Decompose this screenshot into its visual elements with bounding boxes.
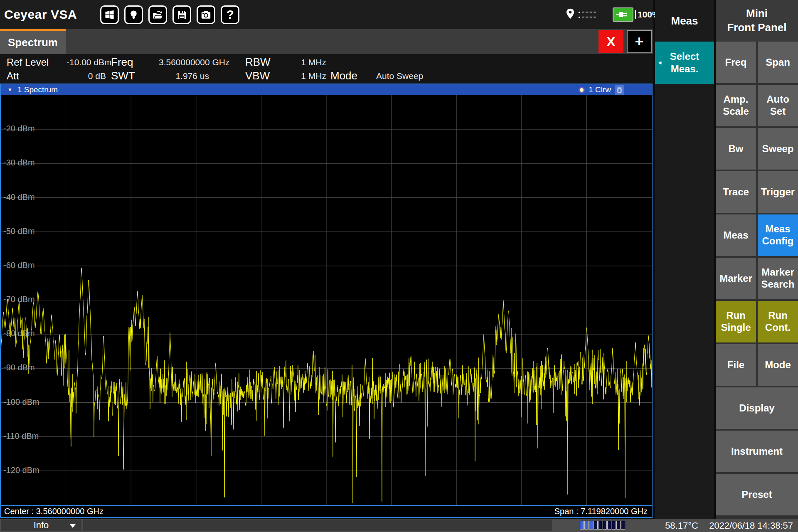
y-axis-label: -100 dBm [3, 397, 39, 407]
panel-button-marker-search[interactable]: Marker Search [758, 258, 798, 299]
panel-button-sweep[interactable]: Sweep [758, 128, 798, 170]
measure-menu-column: Meas ◄ Select Meas. [655, 0, 714, 519]
vbw-label[interactable]: VBW [245, 69, 289, 82]
progress-segment [616, 521, 621, 530]
ref-level-value[interactable]: -10.00 dBm [66, 57, 106, 67]
delete-trace-button[interactable] [615, 85, 624, 95]
panel-button-preset[interactable]: Preset [716, 474, 798, 515]
progress-segment [621, 521, 625, 530]
y-axis-label: -50 dBm [3, 227, 35, 236]
swt-value[interactable]: 1.976 us [159, 71, 209, 81]
progress-segment [594, 521, 598, 530]
spectrum-window-titlebar[interactable]: ▼ 1 Spectrum 1 Clrw [1, 84, 652, 95]
y-axis-label: -80 dBm [3, 329, 35, 338]
panel-button-run-cont[interactable]: Run Cont. [758, 301, 798, 342]
spectrum-plot-area: -20 dBm-30 dBm-40 dBm-50 dBm-60 dBm-70 d… [1, 95, 652, 505]
status-message-box [83, 520, 552, 531]
panel-button-trigger[interactable]: Trigger [758, 171, 798, 213]
panel-button-meas-config[interactable]: Meas Config [758, 214, 798, 256]
screenshot-icon[interactable] [197, 5, 215, 24]
spectrum-grid-and-trace [1, 95, 652, 505]
att-label[interactable]: Att [0, 70, 66, 82]
info-dropdown[interactable]: Info [1, 520, 81, 531]
add-tab-button[interactable]: + [627, 30, 652, 53]
panel-button-amp-scale[interactable]: Amp. Scale [716, 85, 756, 126]
left-arrow-icon: ◄ [657, 59, 663, 66]
progress-segment [612, 521, 616, 530]
progress-segment [598, 521, 602, 530]
y-axis-label: -110 dBm [3, 431, 39, 441]
panel-button-marker[interactable]: Marker [716, 258, 756, 299]
progress-segment [584, 521, 589, 530]
top-right-indicators: 100% [564, 0, 660, 29]
rbw-label[interactable]: RBW [245, 56, 289, 69]
windows-icon[interactable] [100, 5, 119, 24]
mini-front-panel: Mini Front Panel FreqSpanAmp. ScaleAuto … [716, 0, 798, 519]
vbw-value[interactable]: 1 MHz [289, 71, 326, 81]
settings-readout: Ref Level -10.00 dBm Freq 3.560000000 GH… [0, 54, 653, 84]
progress-segment [603, 521, 607, 530]
battery-tip [635, 10, 636, 19]
datetime-readout: 2022/06/18 14:38:57 [709, 520, 793, 531]
panel-button-span[interactable]: Span [758, 42, 798, 83]
help-icon[interactable]: ? [221, 5, 239, 24]
panel-button-bw[interactable]: Bw [716, 128, 756, 170]
y-axis-label: -30 dBm [3, 158, 35, 167]
panel-button-instrument[interactable]: Instrument [716, 431, 798, 472]
panel-button-run-single[interactable]: Run Single [716, 301, 756, 342]
info-label: Info [34, 520, 49, 531]
gps-coordinates-placeholder [579, 12, 596, 18]
close-tab-button[interactable]: X [598, 30, 623, 53]
app-title: Ceyear VSA [4, 7, 77, 22]
select-meas-button[interactable]: ◄ Select Meas. [655, 42, 714, 84]
freq-value[interactable]: 3.560000000 GHz [159, 57, 209, 67]
mode-value[interactable]: Auto Sweep [376, 71, 416, 81]
collapse-triangle-icon[interactable]: ▼ [7, 87, 12, 93]
chevron-down-icon [70, 524, 76, 528]
panel-button-freq[interactable]: Freq [716, 42, 756, 83]
save-icon[interactable] [172, 5, 191, 24]
temperature-readout: 58.17°C [657, 520, 707, 531]
rbw-value[interactable]: 1 MHz [289, 57, 326, 67]
location-pin-icon [564, 7, 576, 22]
bulb-icon[interactable] [124, 5, 143, 24]
progress-segment [589, 521, 593, 530]
center-frequency-label[interactable]: Center : 3.560000000 GHz [4, 507, 103, 516]
panel-button-display[interactable]: Display [716, 387, 798, 429]
spectrum-window-title: 1 Spectrum [17, 85, 58, 94]
tab-bar: Spectrum X + [0, 29, 653, 54]
frequency-strip: Center : 3.560000000 GHz Span : 7.119820… [1, 505, 652, 517]
tab-spectrum[interactable]: Spectrum [0, 29, 66, 54]
progress-segment [607, 521, 611, 530]
progress-segment [580, 521, 584, 530]
panel-button-trace[interactable]: Trace [716, 171, 756, 213]
y-axis-label: -90 dBm [3, 363, 35, 372]
top-bar: Ceyear VSA ? 100% [0, 0, 653, 29]
freq-label[interactable]: Freq [111, 56, 159, 69]
y-axis-label: -20 dBm [3, 124, 35, 133]
trace-mode-label[interactable]: 1 Clrw [589, 85, 611, 94]
att-value[interactable]: 0 dB [66, 71, 106, 81]
y-axis-label: -60 dBm [3, 261, 35, 270]
panel-button-file[interactable]: File [716, 344, 756, 386]
span-frequency-label[interactable]: Span : 7.119820000 GHz [554, 507, 648, 516]
y-axis-label: -40 dBm [3, 192, 35, 202]
y-axis-label: -70 dBm [3, 295, 35, 304]
mini-front-panel-title: Mini Front Panel [716, 0, 798, 42]
panel-button-meas[interactable]: Meas [716, 214, 756, 256]
ref-level-label[interactable]: Ref Level [0, 57, 66, 68]
panel-button-auto-set[interactable]: Auto Set [758, 85, 798, 126]
open-folder-icon[interactable] [148, 5, 167, 24]
power-adapter-icon [613, 7, 633, 22]
menu-title: Meas [655, 0, 714, 42]
spectrum-window: ▼ 1 Spectrum 1 Clrw -20 dBm-30 dBm-40 dB… [0, 84, 653, 518]
y-axis-label: -120 dBm [3, 466, 39, 475]
sweep-progress-bar [580, 521, 626, 530]
panel-button-mode[interactable]: Mode [758, 344, 798, 386]
status-bar: Info 58.17°C 2022/06/18 14:38:57 [0, 519, 798, 532]
swt-label[interactable]: SWT [111, 69, 159, 82]
mode-label[interactable]: Mode [330, 69, 376, 82]
trace-color-indicator[interactable] [579, 87, 585, 93]
select-meas-label: Select Meas. [670, 50, 699, 75]
panel-button-grid: FreqSpanAmp. ScaleAuto SetBwSweepTraceTr… [716, 42, 798, 515]
